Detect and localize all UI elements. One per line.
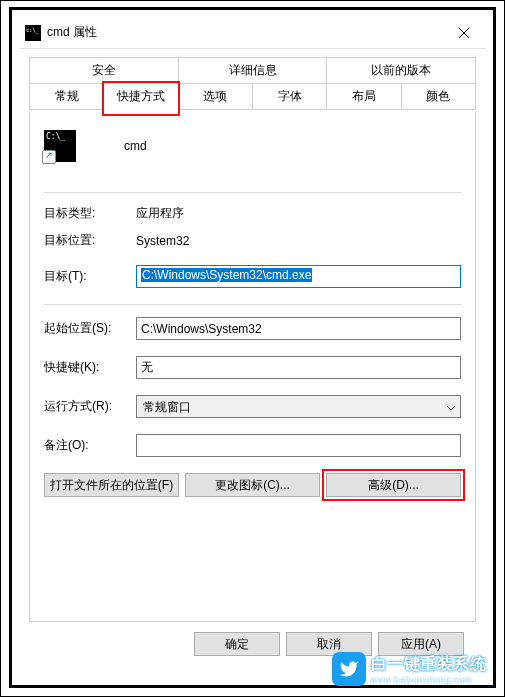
separator: [44, 192, 461, 193]
tab-colors[interactable]: 颜色: [401, 83, 476, 110]
cmd-icon: [25, 25, 41, 41]
ok-button[interactable]: 确定: [194, 632, 280, 656]
app-icon: [44, 130, 76, 162]
tab-shortcut[interactable]: 快捷方式: [103, 83, 178, 110]
titlebar: cmd 属性: [19, 17, 486, 49]
advanced-button[interactable]: 高级(D)...: [326, 473, 461, 497]
open-file-location-button[interactable]: 打开文件所在的位置(F): [44, 473, 179, 497]
tab-security[interactable]: 安全: [29, 57, 179, 83]
target-location-value: System32: [136, 234, 189, 248]
target-type-label: 目标类型:: [44, 205, 136, 222]
start-in-label: 起始位置(S):: [44, 320, 136, 337]
chevron-down-icon: [447, 400, 455, 414]
run-select-value: 常规窗口: [136, 395, 461, 418]
target-location-label: 目标位置:: [44, 232, 136, 249]
tab-details[interactable]: 详细信息: [178, 57, 328, 83]
target-label: 目标(T):: [44, 268, 136, 285]
shortcut-key-input[interactable]: [136, 356, 461, 379]
run-select[interactable]: 常规窗口: [136, 395, 461, 418]
shortcut-overlay-icon: [42, 150, 56, 164]
app-name: cmd: [124, 139, 147, 153]
shortcut-panel: cmd 目标类型: 应用程序 目标位置: System32 目标(T): C:\…: [29, 112, 476, 622]
shortcut-key-label: 快捷键(K):: [44, 359, 136, 376]
comment-input[interactable]: [136, 434, 461, 457]
tab-previous-versions[interactable]: 以前的版本: [326, 57, 476, 83]
close-button[interactable]: [444, 19, 484, 47]
window-title: cmd 属性: [47, 24, 444, 41]
tab-container: 安全 详细信息 以前的版本 常规 快捷方式 选项 字体 布局 颜色: [29, 57, 476, 110]
tab-options[interactable]: 选项: [178, 83, 253, 110]
tab-layout[interactable]: 布局: [326, 83, 401, 110]
run-label: 运行方式(R):: [44, 398, 136, 415]
close-icon: [459, 28, 469, 38]
comment-label: 备注(O):: [44, 437, 136, 454]
apply-button[interactable]: 应用(A): [378, 632, 464, 656]
start-in-input[interactable]: [136, 317, 461, 340]
target-type-value: 应用程序: [136, 205, 184, 222]
target-input[interactable]: C:\Windows\System32\cmd.exe: [136, 265, 461, 288]
cancel-button[interactable]: 取消: [286, 632, 372, 656]
tab-font[interactable]: 字体: [252, 83, 327, 110]
change-icon-button[interactable]: 更改图标(C)...: [185, 473, 320, 497]
tab-general[interactable]: 常规: [29, 83, 104, 110]
separator: [44, 304, 461, 305]
